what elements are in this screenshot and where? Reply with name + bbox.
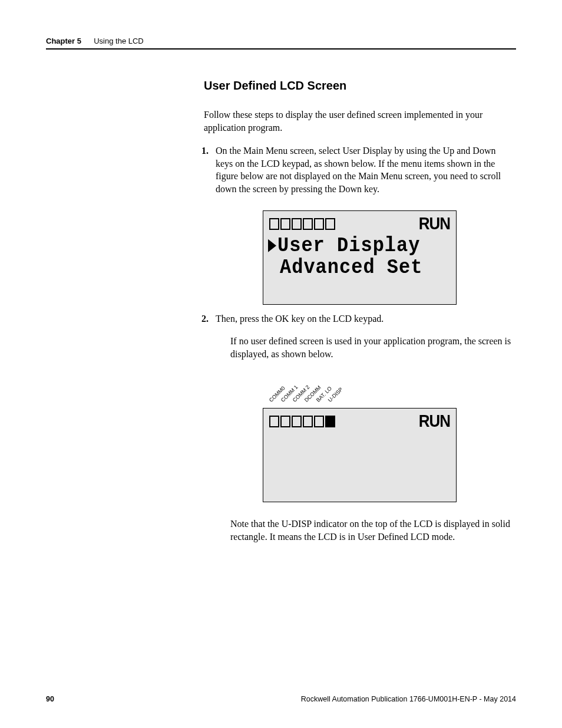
lcd1-indicators	[269, 218, 335, 230]
lcd2-indicators	[269, 416, 335, 427]
chapter-title: Using the LCD	[94, 37, 144, 45]
indicator-box	[292, 416, 302, 427]
page-number: 90	[46, 695, 54, 703]
indicator-box	[269, 416, 279, 427]
lcd2-run-label: RUN	[419, 411, 450, 432]
indicator-box	[314, 218, 324, 230]
publication-line: Rockwell Automation Publication 1766-UM0…	[301, 695, 516, 703]
step-2-text: Then, press the OK key on the LCD keypad…	[216, 314, 384, 324]
lcd2-label-row: COMM0 COMM 1 COMM 2 DCOMM BAT. LO U-DISP	[266, 376, 372, 406]
indicator-box	[303, 218, 313, 230]
step-1: 1. On the Main Menu screen, select User …	[216, 144, 511, 195]
lcd1-line1-text: User Display	[277, 233, 420, 258]
indicator-box	[292, 218, 302, 230]
header-rule	[46, 48, 516, 50]
indicator-box	[269, 218, 279, 230]
step-2-number: 2.	[201, 312, 209, 325]
chapter-label: Chapter 5	[46, 37, 81, 45]
lcd1-line1: User Display	[263, 234, 456, 258]
page-header: Chapter 5 Using the LCD	[46, 37, 516, 46]
lcd2-top-row: RUN	[263, 409, 456, 431]
step-1-number: 1.	[201, 144, 209, 157]
indicator-box	[314, 416, 324, 427]
indicator-box	[325, 218, 335, 230]
step-1-text: On the Main Menu screen, select User Dis…	[216, 146, 501, 194]
intro-paragraph: Follow these steps to display the user d…	[204, 108, 511, 134]
lcd-screenshot-1: RUN User Display Advanced Set	[263, 210, 457, 305]
lcd1-line2: Advanced Set	[263, 256, 456, 279]
page-footer: 90 Rockwell Automation Publication 1766-…	[46, 695, 516, 703]
section-title: User Defined LCD Screen	[204, 79, 346, 93]
indicator-box	[280, 416, 290, 427]
indicator-box-solid	[325, 416, 335, 427]
indicator-box	[280, 218, 290, 230]
indicator-box	[303, 416, 313, 427]
step-2: 2. Then, press the OK key on the LCD key…	[216, 312, 511, 325]
pointer-icon	[268, 239, 276, 252]
page: Chapter 5 Using the LCD User Defined LCD…	[0, 0, 562, 728]
lcd-screenshot-2: RUN	[263, 408, 457, 502]
lcd1-run-label: RUN	[419, 213, 450, 235]
note-paragraph: Note that the U-DISP indicator on the to…	[230, 518, 511, 543]
lcd1-top-row: RUN	[263, 211, 456, 234]
step-2-paragraph: If no user defined screen is used in you…	[230, 335, 511, 360]
